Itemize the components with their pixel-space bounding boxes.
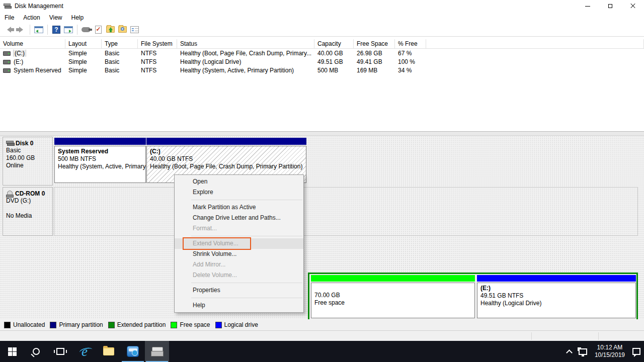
extended-partition-container: 70.00 GB Free space (E:) 49.51 GB NTFS H… xyxy=(308,273,638,321)
folder-up-button[interactable] xyxy=(104,24,116,36)
cdrom-label-panel[interactable]: CD-ROM 0 DVD (G:) No Media xyxy=(3,187,53,236)
checklist-button[interactable] xyxy=(92,24,104,36)
folder-search-icon xyxy=(118,26,127,33)
properties-button[interactable] xyxy=(128,24,140,36)
volume-row-e[interactable]: (E:) Simple Basic NTFS Healthy (Logical … xyxy=(0,57,644,66)
volume-pctfree: 67 % xyxy=(395,50,426,57)
statusbar-divider xyxy=(598,332,599,340)
column-header-volume[interactable]: Volume xyxy=(0,39,65,48)
status-bar xyxy=(0,330,644,341)
system-tray: 10:12 AM 10/15/2019 xyxy=(564,341,644,362)
menu-file[interactable]: File xyxy=(0,13,19,22)
context-menu-item-shrink-volume[interactable]: Shrink Volume... xyxy=(175,249,303,259)
menu-view[interactable]: View xyxy=(45,13,67,22)
column-header-filler xyxy=(426,39,644,48)
extend-volume-label: Extend Volume... xyxy=(193,240,238,247)
console-tree-button[interactable] xyxy=(33,24,45,36)
internet-explorer-button[interactable]: e xyxy=(72,341,97,362)
forward-icon xyxy=(19,27,23,33)
column-header-freespace[interactable]: Free Space xyxy=(354,39,395,48)
menu-help[interactable]: Help xyxy=(67,13,89,22)
action-pane-icon xyxy=(64,26,73,33)
free-space-size: 70.00 GB xyxy=(314,292,474,299)
back-icon xyxy=(7,27,11,33)
action-pane-button[interactable] xyxy=(62,24,74,36)
legend-unallocated: Unallocated xyxy=(4,321,45,328)
pane-splitter[interactable] xyxy=(0,131,644,136)
volume-fs: NTFS xyxy=(138,67,177,74)
disk0-state: Online xyxy=(6,162,50,169)
volume-name: (E:) xyxy=(14,58,23,65)
volume-layout: Simple xyxy=(65,50,102,57)
partition-size: 500 MB NTFS xyxy=(58,155,145,163)
close-button[interactable] xyxy=(621,0,644,12)
help-button[interactable]: ? xyxy=(50,24,62,36)
context-menu-item-format: Format... xyxy=(175,223,303,234)
disk-management-icon xyxy=(151,346,163,356)
context-menu-item-mark-partition-active[interactable]: Mark Partition as Active xyxy=(175,202,303,213)
column-header-filesystem[interactable]: File System xyxy=(138,39,177,48)
free-space-block[interactable]: 70.00 GB Free space xyxy=(311,275,475,319)
context-menu-separator xyxy=(191,298,302,298)
context-menu-item-explore[interactable]: Explore xyxy=(175,187,303,198)
minimize-button[interactable] xyxy=(576,0,599,12)
disk0-label-panel[interactable]: Disk 0 Basic 160.00 GB Online xyxy=(3,137,53,186)
tray-expand-button[interactable] xyxy=(564,341,575,362)
volume-row-c[interactable]: (C:) Simple Basic NTFS Healthy (Boot, Pa… xyxy=(0,49,644,57)
volume-fs: NTFS xyxy=(138,58,177,65)
folder-search-button[interactable] xyxy=(116,24,128,36)
volume-status: Healthy (System, Active, Primary Partiti… xyxy=(177,67,314,74)
menu-action[interactable]: Action xyxy=(19,13,44,22)
task-view-button[interactable] xyxy=(48,341,72,362)
volume-drive-icon xyxy=(3,68,11,73)
column-header-pctfree[interactable]: % Free xyxy=(395,39,426,48)
legend-swatch-free-space xyxy=(171,322,177,328)
action-center-button[interactable] xyxy=(629,341,644,362)
taskbar-clock[interactable]: 10:12 AM 10/15/2019 xyxy=(591,341,629,362)
statusbar-divider xyxy=(531,332,532,340)
restore-button[interactable] xyxy=(599,0,621,12)
legend-label: Unallocated xyxy=(13,321,45,328)
forward-button[interactable] xyxy=(15,24,27,36)
partition-tool-button[interactable] xyxy=(121,341,145,362)
cdrom-icon xyxy=(6,191,14,197)
app-icon xyxy=(4,3,12,9)
volume-free: 169 MB xyxy=(354,67,395,74)
taskbar-search-button[interactable] xyxy=(24,341,48,362)
tool-button[interactable] xyxy=(80,24,92,36)
network-tray-button[interactable] xyxy=(575,341,591,362)
back-button[interactable] xyxy=(3,24,15,36)
volume-layout: Simple xyxy=(65,58,102,65)
context-menu-item-open[interactable]: Open xyxy=(175,176,303,187)
legend-label: Primary partition xyxy=(59,321,103,328)
chevron-up-icon xyxy=(566,349,573,356)
legend-logical-drive: Logical drive xyxy=(215,321,258,328)
volume-status: Healthy (Logical Drive) xyxy=(177,58,314,65)
context-menu-item-help[interactable]: Help xyxy=(175,300,303,311)
cdrom-name: CD-ROM 0 xyxy=(15,190,45,197)
context-menu-item-change-drive-letter[interactable]: Change Drive Letter and Paths... xyxy=(175,213,303,223)
start-button[interactable] xyxy=(0,341,24,362)
column-header-type[interactable]: Type xyxy=(102,39,138,48)
column-header-status[interactable]: Status xyxy=(177,39,314,48)
cdrom-media-area[interactable] xyxy=(54,187,638,236)
context-menu-item-extend-volume: Extend Volume... xyxy=(175,238,303,249)
partition-status: Healthy (Boot, Page File, Crash Dump, Pr… xyxy=(150,163,306,170)
partition-tool-icon xyxy=(127,346,139,357)
context-menu-item-properties[interactable]: Properties xyxy=(175,285,303,296)
column-header-capacity[interactable]: Capacity xyxy=(314,39,354,48)
windows-logo-icon xyxy=(8,347,17,356)
partition-system-reserved[interactable]: System Reserved 500 MB NTFS Healthy (Sys… xyxy=(54,138,146,184)
clock-date: 10/15/2019 xyxy=(595,351,625,358)
taskbar: e 10:12 AM 10/15/2019 xyxy=(0,341,644,362)
legend-bar: Unallocated Primary partition Extended p… xyxy=(0,319,644,330)
volume-capacity: 500 MB xyxy=(314,67,354,74)
disk-management-taskbar-button[interactable] xyxy=(145,341,169,362)
column-header-layout[interactable]: Layout xyxy=(65,39,102,48)
tool-icon xyxy=(82,27,91,32)
file-explorer-button[interactable] xyxy=(97,341,121,362)
help-icon: ? xyxy=(52,26,60,34)
network-icon xyxy=(579,348,587,355)
partition-e[interactable]: (E:) 49.51 GB NTFS Healthy (Logical Driv… xyxy=(477,275,636,319)
volume-row-system-reserved[interactable]: System Reserved Simple Basic NTFS Health… xyxy=(0,66,644,74)
